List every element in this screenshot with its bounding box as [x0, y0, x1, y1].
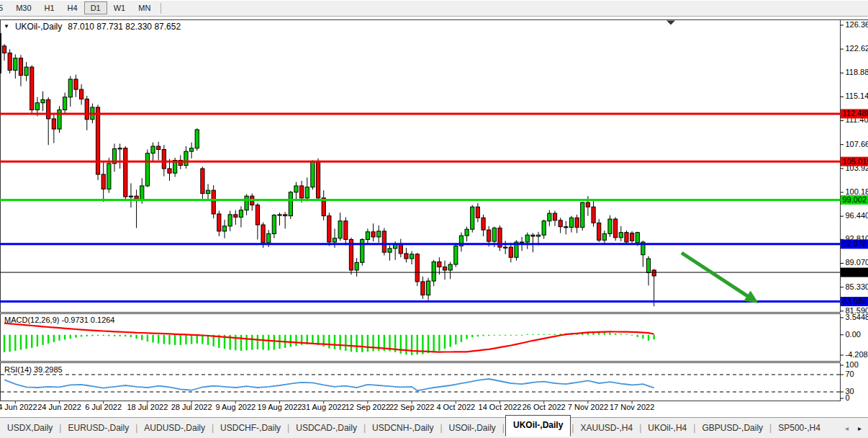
svg-text:24 Jun 2022: 24 Jun 2022 [37, 403, 81, 411]
svg-text:70: 70 [846, 370, 854, 378]
clipped-candle [0, 33, 1, 73]
svg-text:96.440: 96.440 [846, 211, 868, 220]
timeframe-button-w1[interactable]: W1 [107, 1, 132, 14]
tab-usdx-daily[interactable]: USDX,Daily [1, 419, 58, 437]
svg-text:31 Aug 2022: 31 Aug 2022 [302, 403, 346, 411]
svg-text:6 Jul 2022: 6 Jul 2022 [85, 403, 122, 411]
tab-xauusd-h4[interactable]: XAUUSD-,H4 [574, 419, 638, 437]
price-tag-92.078: 92.078 [843, 239, 867, 248]
svg-text:115.140: 115.140 [846, 91, 868, 100]
svg-text:0: 0 [846, 393, 850, 402]
svg-text:14 Oct 2022: 14 Oct 2022 [479, 403, 522, 411]
price-tag-112.488: 112.488 [843, 109, 868, 117]
timeframe-button-d1[interactable]: D1 [84, 1, 107, 14]
timeframe-button-h1[interactable]: H1 [38, 1, 61, 14]
tab-usdcnh-daily[interactable]: USDCNH-,Daily [366, 419, 439, 437]
svg-text:17 Nov 2022: 17 Nov 2022 [610, 403, 654, 411]
svg-text:3.5448: 3.5448 [846, 313, 868, 321]
price-tags: 112.488105.01599.00292.07887.65283.086 [841, 109, 868, 306]
timeframe-button-h4[interactable]: H4 [61, 1, 84, 14]
chart-shift-marker-icon [666, 21, 675, 25]
svg-text:0.00: 0.00 [846, 330, 861, 339]
svg-text:107.660: 107.660 [846, 140, 868, 148]
rsi-pane: 10070300 [1, 360, 859, 402]
tab-scroll-left-icon[interactable]: ◂ [845, 424, 849, 432]
chart-canvas[interactable]: 126.360122.620118.880115.140111.400107.6… [0, 17, 868, 417]
tab-eurusd-daily[interactable]: EURUSD-,Daily [62, 419, 135, 437]
svg-text:100: 100 [846, 360, 859, 369]
timeframe-button-m30[interactable]: M30 [9, 1, 37, 14]
tab-ukoil-h4[interactable]: UKOil-,H4 [642, 419, 692, 437]
price-tag-105.015: 105.015 [843, 157, 868, 166]
macd-pane: 3.54480.00-4.2086 [4, 313, 868, 359]
svg-text:26 Oct 2022: 26 Oct 2022 [523, 403, 566, 411]
svg-text:22 Sep 2022: 22 Sep 2022 [389, 403, 434, 411]
rsi-line [4, 379, 654, 390]
svg-text:7 Nov 2022: 7 Nov 2022 [568, 403, 608, 411]
svg-text:14 Jun 2022: 14 Jun 2022 [0, 403, 37, 411]
svg-text:122.620: 122.620 [846, 44, 868, 53]
tab-sp500-h4[interactable]: SP500-,H4 [772, 419, 826, 437]
tab-usoil-daily[interactable]: USOil-,Daily [443, 419, 502, 437]
svg-text:12 Sep 2022: 12 Sep 2022 [345, 403, 390, 411]
svg-text:18 Jul 2022: 18 Jul 2022 [127, 403, 168, 411]
tab-audusd-daily[interactable]: AUDUSD-,Daily [138, 419, 211, 437]
svg-text:28 Jul 2022: 28 Jul 2022 [171, 403, 212, 411]
tab-scroll-nav: ◂▸ [845, 424, 867, 432]
candlesticks [0, 33, 656, 306]
svg-text:4 Oct 2022: 4 Oct 2022 [436, 403, 475, 411]
svg-text:9 Aug 2022: 9 Aug 2022 [215, 403, 256, 411]
svg-text:-4.2086: -4.2086 [846, 350, 868, 359]
toolbar-separator [161, 3, 161, 14]
price-tag-83.086: 83.086 [843, 297, 867, 305]
symbol-tab-bar: USDX,Daily|EURUSD-,Daily|AUDUSD-,Daily|U… [0, 417, 868, 438]
tab-usdcad-daily[interactable]: USDCAD-,Daily [290, 419, 363, 437]
tab-gbpusd-daily[interactable]: GBPUSD-,Daily [696, 419, 769, 437]
svg-text:118.880: 118.880 [846, 68, 868, 76]
tab-scroll-right-icon[interactable]: ▸ [858, 424, 862, 432]
tab-usdchf-daily[interactable]: USDCHF-,Daily [214, 419, 286, 437]
svg-text:126.360: 126.360 [846, 20, 868, 29]
tab-ukoil-daily[interactable]: UKOil-,Daily [505, 415, 571, 437]
date-axis: 14 Jun 202224 Jun 20226 Jul 202218 Jul 2… [0, 401, 654, 412]
timeframe-toolbar: 5M30H1H4D1W1MN [0, 0, 868, 17]
price-tag-99.002: 99.002 [843, 195, 867, 204]
svg-text:85.330: 85.330 [846, 282, 868, 291]
price-tag-87.652: 87.652 [843, 267, 867, 276]
svg-text:89.070: 89.070 [846, 258, 868, 267]
timeframe-button-5[interactable]: 5 [0, 1, 9, 14]
svg-text:19 Aug 2022: 19 Aug 2022 [258, 403, 302, 411]
trend-arrow-annotation[interactable] [682, 253, 759, 303]
timeframe-button-mn[interactable]: MN [132, 1, 157, 14]
